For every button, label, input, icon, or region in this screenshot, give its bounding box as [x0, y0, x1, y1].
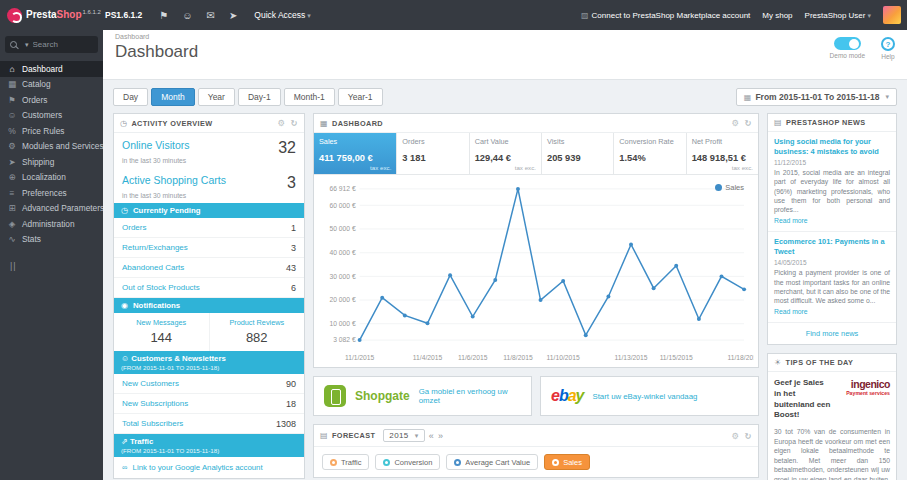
dashboard-panel-title: DASHBOARD	[332, 119, 383, 128]
sidebar-item-label: Preferences	[22, 188, 67, 198]
refresh-icon[interactable]: ↻	[290, 118, 298, 128]
product-reviews-cell[interactable]: Product Reviews 882	[210, 313, 305, 351]
sidebar-item-catalog[interactable]: ▦Catalog	[0, 77, 103, 93]
news-item-title[interactable]: Ecommerce 101: Payments in a Tweet	[774, 237, 890, 256]
sidebar-item-modules[interactable]: ⚙Modules and Services	[0, 139, 103, 155]
pending-row-orders: Orders 1	[114, 218, 304, 238]
customers-icon[interactable]: ☺	[182, 10, 192, 21]
gear-icon[interactable]: ⚙	[731, 431, 739, 441]
forecast-legend-sales[interactable]: Sales	[544, 454, 590, 470]
refresh-icon[interactable]: ↻	[744, 431, 752, 441]
shop-name-link[interactable]: PS1.6.1.2	[105, 10, 142, 20]
user-menu[interactable]: PrestaShop User▾	[805, 11, 871, 20]
range-button-year-1[interactable]: Year-1	[338, 88, 383, 106]
sidebar-item-label: Dashboard	[22, 64, 63, 74]
kpi-sales[interactable]: Sales 411 759,00 € tax exc.	[314, 133, 397, 174]
sidebar-item-advanced-parameters[interactable]: ⊞Advanced Parameters	[0, 201, 103, 217]
range-button-month-1[interactable]: Month-1	[284, 88, 335, 106]
sidebar-item-label: Orders	[22, 95, 47, 105]
shopgate-promo-link[interactable]: Ga mobiel en verhoog uw omzet	[419, 387, 521, 406]
tips-body-text: 30 tot 70% van de consumenten in Europa …	[774, 427, 890, 480]
chart-legend: Sales	[715, 183, 744, 192]
sidebar-item-stats[interactable]: ∿Stats	[0, 232, 103, 248]
my-shop-link[interactable]: My shop	[762, 11, 792, 20]
forecast-prev-button[interactable]: «	[429, 431, 434, 441]
online-visitors-link[interactable]: Online Visitors	[122, 139, 190, 151]
kpi-sub: tax exc.	[692, 164, 753, 171]
toggle-switch[interactable]	[834, 37, 861, 50]
brand-presta: Presta	[26, 10, 57, 21]
kpi-value: 129,44 €	[475, 153, 536, 163]
svg-text:20 000 €: 20 000 €	[330, 296, 356, 303]
sidebar-item-price-rules[interactable]: %Price Rules	[0, 123, 103, 139]
gear-icon[interactable]: ⚙	[277, 118, 285, 128]
sidebar-item-preferences[interactable]: ≡Preferences	[0, 185, 103, 201]
quick-access-menu[interactable]: Quick Access▾	[254, 10, 311, 20]
range-button-year[interactable]: Year	[198, 88, 235, 106]
help-button[interactable]: ? Help	[881, 37, 895, 60]
new-customers-value: 90	[286, 379, 296, 389]
read-more-link[interactable]: Read more	[774, 308, 808, 315]
news-item-body: In 2015, social media are an integral pa…	[774, 168, 890, 214]
refresh-icon[interactable]: ↻	[744, 118, 752, 128]
marketplace-label: Connect to PrestaShop Marketplace accoun…	[592, 11, 751, 20]
forecast-legend-traffic[interactable]: Traffic	[322, 454, 369, 470]
sidebar-collapse-button[interactable]: ||	[10, 261, 103, 271]
range-button-day[interactable]: Day	[113, 88, 148, 106]
sidebar-item-shipping[interactable]: ➤Shipping	[0, 154, 103, 170]
forecast-year-select[interactable]: 2015▾	[383, 429, 424, 442]
returns-link[interactable]: Return/Exchanges	[122, 243, 188, 252]
kpi-orders[interactable]: Orders 3 181	[397, 133, 469, 174]
out-of-stock-link[interactable]: Out of Stock Products	[122, 283, 200, 292]
ebay-promo-link[interactable]: Start uw eBay-winkel vandaag	[593, 392, 698, 401]
total-subscribers-link[interactable]: Total Subscribers	[122, 419, 183, 428]
messages-icon[interactable]: ✉	[207, 10, 215, 21]
prestashop-logo[interactable]: PrestaShop1.6.1.2	[0, 8, 103, 23]
range-button-day-1[interactable]: Day-1	[238, 88, 281, 106]
sidebar-item-customers[interactable]: ☺Customers	[0, 108, 103, 124]
forecast-legend-conversion[interactable]: Conversion	[375, 454, 440, 470]
new-customers-link[interactable]: New Customers	[122, 379, 179, 388]
date-range-picker[interactable]: ▦ From 2015-11-01 To 2015-11-18 ▾	[736, 88, 897, 106]
cart-icon[interactable]: ⚑	[159, 10, 168, 21]
shopgate-logo-icon	[324, 385, 346, 407]
read-more-link[interactable]: Read more	[774, 217, 808, 224]
new-messages-cell[interactable]: New Messages 144	[114, 313, 210, 351]
news-panel-title: PRESTASHOP NEWS	[786, 118, 866, 127]
kpi-value: 148 918,51 €	[692, 153, 753, 163]
forecast-legend-average-cart-value[interactable]: Average Cart Value	[446, 454, 538, 470]
sidebar-item-dashboard[interactable]: ⌂Dashboard	[0, 61, 103, 77]
new-subscriptions-link[interactable]: New Subscriptions	[122, 399, 188, 408]
kpi-label: Conversion Rate	[619, 137, 680, 146]
active-carts-link[interactable]: Active Shopping Carts	[122, 174, 226, 186]
search-input[interactable]	[33, 40, 91, 49]
forecast-year-value: 2015	[389, 431, 408, 440]
traffic-title: Traffic	[130, 437, 153, 446]
range-button-month[interactable]: Month	[151, 88, 195, 106]
link-icon: ∞	[122, 463, 128, 472]
kpi-conversion-rate[interactable]: Conversion Rate 1.54%	[614, 133, 686, 174]
sidebar-item-orders[interactable]: ⚑Orders	[0, 92, 103, 108]
forecast-next-button[interactable]: »	[438, 431, 443, 441]
sidebar-item-localization[interactable]: ⊕Localization	[0, 170, 103, 186]
user-avatar[interactable]	[883, 6, 901, 24]
gear-icon[interactable]: ⚙	[731, 118, 739, 128]
demo-mode-toggle[interactable]: Demo mode	[830, 37, 865, 59]
kpi-visits[interactable]: Visits 205 939	[542, 133, 614, 174]
kpi-cart-value[interactable]: Cart Value 129,44 € tax exc.	[470, 133, 542, 174]
abandoned-carts-link[interactable]: Abandoned Carts	[122, 263, 184, 272]
localization-icon: ⊕	[7, 172, 17, 182]
orders-link[interactable]: Orders	[122, 223, 146, 232]
ebay-logo: ebay	[551, 387, 584, 405]
sidebar-item-administration[interactable]: ◈Administration	[0, 216, 103, 232]
prestashop-news-panel: ▤ PRESTASHOP NEWS Using social media for…	[767, 113, 897, 345]
svg-text:11/10/2015: 11/10/2015	[547, 354, 580, 361]
new-subscriptions-value: 18	[286, 399, 296, 409]
marketplace-link[interactable]: ▨Connect to PrestaShop Marketplace accou…	[581, 11, 750, 20]
sidebar-search[interactable]: ▾	[5, 36, 98, 53]
find-more-news-link[interactable]: Find more news	[768, 323, 896, 344]
google-analytics-link[interactable]: ∞ Link to your Google Analytics account	[114, 457, 304, 478]
kpi-net-profit[interactable]: Net Profit 148 918,51 € tax exc.	[687, 133, 758, 174]
news-item-title[interactable]: Using social media for your business: 4 …	[774, 137, 890, 156]
modules-icon[interactable]: ➤	[229, 10, 237, 21]
